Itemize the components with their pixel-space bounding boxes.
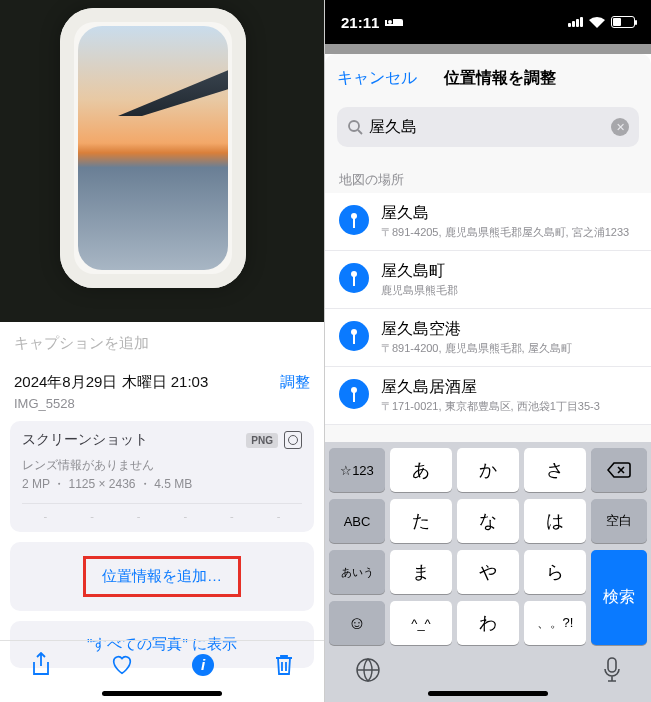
wifi-icon [589, 16, 605, 28]
add-location-button[interactable]: 位置情報を追加… [102, 567, 222, 584]
key-ha[interactable]: は [524, 499, 586, 543]
result-item[interactable]: 屋久島町鹿児島県熊毛郡 [325, 251, 651, 309]
clear-icon[interactable]: ✕ [611, 118, 629, 136]
key-mode-num[interactable]: ☆123 [329, 448, 385, 492]
key-search[interactable]: 検索 [591, 550, 647, 645]
key-punct[interactable]: 、。?! [524, 601, 586, 645]
key-ta[interactable]: た [390, 499, 452, 543]
home-indicator [428, 691, 548, 696]
photo-date: 2024年8月29日 木曜日 21:03 [14, 373, 208, 392]
key-ra[interactable]: ら [524, 550, 586, 594]
svg-point-4 [388, 20, 392, 24]
key-wa[interactable]: わ [457, 601, 519, 645]
sleep-icon [385, 16, 403, 28]
image-type: スクリーンショット [22, 431, 148, 449]
key-ya[interactable]: や [457, 550, 519, 594]
camera-icon [284, 431, 302, 449]
key-backspace[interactable] [591, 448, 647, 492]
svg-rect-9 [353, 276, 355, 286]
pin-icon [339, 379, 369, 409]
search-input[interactable] [369, 118, 605, 136]
modal-title: 位置情報を調整 [417, 68, 583, 89]
image-filename: IMG_5528 [0, 396, 324, 421]
trash-icon[interactable] [272, 653, 296, 677]
key-space[interactable]: 空白 [591, 499, 647, 543]
key-mode-abc[interactable]: ABC [329, 499, 385, 543]
histogram-row: - - - - - - [22, 503, 302, 522]
key-na[interactable]: な [457, 499, 519, 543]
status-time: 21:11 [341, 14, 379, 31]
svg-rect-7 [353, 218, 355, 228]
highlight-box: 位置情報を追加… [83, 556, 241, 597]
result-item[interactable]: 屋久島居酒屋〒171-0021, 東京都豊島区, 西池袋1丁目35-3 [325, 367, 651, 425]
key-ka[interactable]: か [457, 448, 519, 492]
svg-rect-11 [353, 334, 355, 344]
results-list: 屋久島〒891-4205, 鹿児島県熊毛郡屋久島町, 宮之浦1233 屋久島町鹿… [325, 193, 651, 425]
svg-rect-15 [608, 658, 616, 672]
key-emoji[interactable]: ☺ [329, 601, 385, 645]
lens-info: レンズ情報がありません [22, 457, 302, 474]
image-meta: 2 MP ・ 1125 × 2436 ・ 4.5 MB [22, 476, 302, 493]
svg-rect-2 [385, 24, 403, 26]
photo-detail-pane: キャプションを追加 2024年8月29日 木曜日 21:03 調整 IMG_55… [0, 0, 325, 702]
airplane-window [60, 8, 246, 288]
section-label: 地図の場所 [325, 147, 651, 193]
result-item[interactable]: 屋久島〒891-4205, 鹿児島県熊毛郡屋久島町, 宮之浦1233 [325, 193, 651, 251]
key-ma[interactable]: ま [390, 550, 452, 594]
mic-icon[interactable] [603, 657, 621, 687]
battery-icon [611, 16, 635, 28]
add-location-card: 位置情報を追加… [10, 542, 314, 611]
location-picker-pane: 21:11 キャンセル 位置情報を調整 ✕ 地図の場所 屋久島〒891-4205… [325, 0, 651, 702]
search-field[interactable]: ✕ [337, 107, 639, 147]
svg-rect-13 [353, 392, 355, 402]
png-badge: PNG [246, 433, 278, 448]
key-smalltsu[interactable]: ^_^ [390, 601, 452, 645]
photo-preview[interactable] [0, 0, 324, 322]
adjust-button[interactable]: 調整 [280, 373, 310, 392]
key-a[interactable]: あ [390, 448, 452, 492]
image-info-card: スクリーンショット PNG レンズ情報がありません 2 MP ・ 1125 × … [10, 421, 314, 532]
keyboard: ☆123 あ か さ ABC た な は 空白 あいう ま や ら 検索 [325, 442, 651, 702]
pin-icon [339, 321, 369, 351]
toolbar: i [0, 640, 324, 702]
signal-icon [568, 17, 583, 27]
cancel-button[interactable]: キャンセル [337, 68, 417, 89]
search-icon [347, 119, 363, 135]
pin-icon [339, 263, 369, 293]
key-mode-kana[interactable]: あいう [329, 550, 385, 594]
svg-point-5 [349, 121, 359, 131]
home-indicator [102, 691, 222, 696]
globe-icon[interactable] [355, 657, 381, 687]
status-bar: 21:11 [325, 0, 651, 44]
svg-rect-3 [385, 20, 387, 26]
pin-icon [339, 205, 369, 235]
share-icon[interactable] [29, 653, 53, 677]
key-sa[interactable]: さ [524, 448, 586, 492]
info-icon[interactable]: i [191, 653, 215, 677]
result-item[interactable]: 屋久島空港〒891-4200, 鹿児島県熊毛郡, 屋久島町 [325, 309, 651, 367]
caption-input[interactable]: キャプションを追加 [0, 322, 324, 365]
favorite-icon[interactable] [110, 653, 134, 677]
location-modal: キャンセル 位置情報を調整 ✕ 地図の場所 屋久島〒891-4205, 鹿児島県… [325, 54, 651, 702]
